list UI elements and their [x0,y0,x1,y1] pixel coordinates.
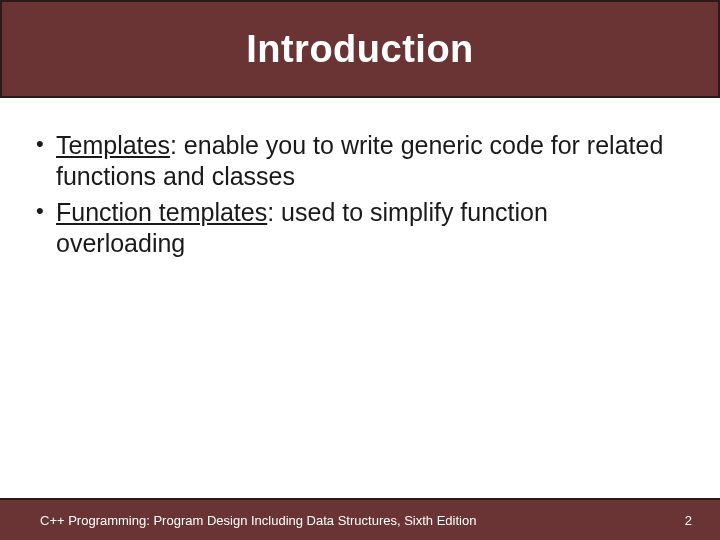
term: Function templates [56,198,267,226]
footer-text: C++ Programming: Program Design Includin… [40,513,476,528]
slide: Introduction Templates: enable you to wr… [0,0,720,540]
term: Templates [56,131,170,159]
footer-bar: C++ Programming: Program Design Includin… [0,498,720,540]
list-item: Function templates: used to simplify fun… [34,197,680,260]
content-area: Templates: enable you to write generic c… [34,130,680,263]
slide-title: Introduction [246,28,474,71]
title-bar: Introduction [0,0,720,98]
bullet-list: Templates: enable you to write generic c… [34,130,680,259]
page-number: 2 [685,513,692,528]
list-item: Templates: enable you to write generic c… [34,130,680,193]
